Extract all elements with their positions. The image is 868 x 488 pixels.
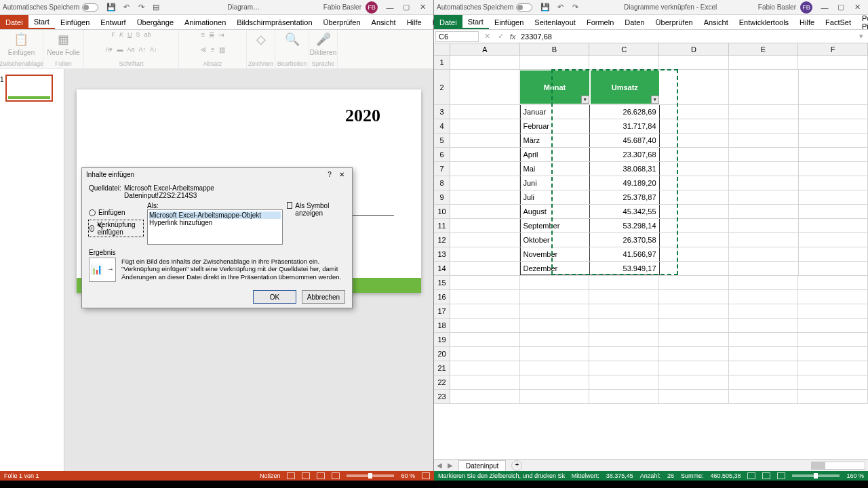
cell-C10[interactable]: 45.342,55	[590, 205, 660, 218]
cell-C2[interactable]: Umsatz▾	[590, 70, 660, 104]
cell-E3[interactable]	[729, 105, 799, 119]
cell-D11[interactable]	[660, 219, 730, 232]
ex-tab-data[interactable]: Daten	[619, 15, 650, 29]
select-all-corner[interactable]	[434, 43, 450, 55]
cell-F14[interactable]	[799, 262, 869, 275]
font-bold[interactable]: F	[111, 31, 115, 38]
cell-B15[interactable]	[520, 276, 590, 289]
row-header-14[interactable]: 14	[434, 262, 450, 275]
cell-A6[interactable]	[450, 148, 520, 161]
row-header-13[interactable]: 13	[434, 247, 450, 261]
shapes-icon[interactable]: ◇	[253, 31, 269, 47]
ex-view-normal-icon[interactable]	[747, 472, 755, 479]
tab-review[interactable]: Überprüfen	[318, 15, 366, 29]
col-header-B[interactable]: B	[520, 43, 590, 55]
cell-C23[interactable]	[589, 390, 659, 403]
notes-button[interactable]: Notizen	[260, 472, 281, 479]
ex-window-close-icon[interactable]: ✕	[849, 3, 865, 12]
cell-D17[interactable]	[659, 304, 729, 318]
col-header-C[interactable]: C	[589, 43, 659, 55]
sheet-nav-next-icon[interactable]: ▶	[448, 462, 453, 469]
ex-user-avatar[interactable]: FB	[800, 1, 812, 14]
cell-A12[interactable]	[450, 233, 520, 247]
row-header-12[interactable]: 12	[434, 233, 450, 247]
ex-undo-icon[interactable]: ↶	[555, 2, 566, 13]
cell-E21[interactable]	[729, 361, 799, 375]
cell-B23[interactable]	[520, 390, 590, 403]
cell-F5[interactable]	[799, 134, 869, 147]
ex-window-minimize-icon[interactable]: —	[816, 3, 833, 12]
ex-window-restore-icon[interactable]: ▢	[833, 3, 849, 12]
cell-F20[interactable]	[798, 347, 868, 361]
cell-D16[interactable]	[659, 290, 729, 304]
ex-view-layout-icon[interactable]	[762, 472, 770, 479]
sheet-add-icon[interactable]: +	[511, 460, 522, 471]
cell-C15[interactable]	[589, 276, 659, 289]
font-sizedown-icon[interactable]: A↓	[150, 46, 157, 53]
cell-F15[interactable]	[798, 276, 868, 289]
ex-save-icon[interactable]: 💾	[540, 2, 551, 13]
cell-D1[interactable]	[659, 56, 729, 69]
cell-F11[interactable]	[799, 219, 869, 232]
tab-insert[interactable]: Einfügen	[55, 15, 95, 29]
dialog-help-icon[interactable]: ?	[323, 171, 336, 178]
cell-F10[interactable]	[799, 205, 869, 218]
cell-A20[interactable]	[450, 347, 520, 361]
cell-E2[interactable]	[729, 70, 798, 104]
cell-A14[interactable]	[450, 262, 520, 275]
cell-F16[interactable]	[798, 290, 868, 304]
align-left-icon[interactable]: ⫷	[200, 46, 207, 54]
cell-C4[interactable]: 31.717,84	[590, 119, 660, 133]
row-header-10[interactable]: 10	[434, 205, 450, 218]
ex-tab-file[interactable]: Datei	[434, 15, 462, 29]
cell-F2[interactable]	[799, 70, 868, 104]
window-restore-icon[interactable]: ▢	[398, 3, 414, 12]
columns-icon[interactable]: ▥	[219, 46, 225, 54]
cancel-button[interactable]: Abbrechen	[302, 290, 345, 304]
cell-A5[interactable]	[450, 134, 520, 147]
list-item-hyperlink[interactable]: Hyperlink hinzufügen	[149, 219, 281, 226]
row-header-6[interactable]: 6	[434, 148, 450, 161]
cell-F7[interactable]	[799, 162, 869, 176]
tab-file[interactable]: Datei	[0, 15, 28, 29]
font-color-icon[interactable]: A▾	[105, 46, 113, 53]
col-header-E[interactable]: E	[729, 43, 799, 55]
row-header-1[interactable]: 1	[434, 56, 450, 69]
cell-C1[interactable]	[589, 56, 659, 69]
cell-B22[interactable]	[520, 375, 590, 389]
cell-C22[interactable]	[589, 375, 659, 389]
cell-B19[interactable]	[520, 333, 590, 346]
row-header-15[interactable]: 15	[434, 276, 450, 289]
numbers-icon[interactable]: ≣	[209, 31, 214, 39]
ex-tab-review[interactable]: Überprüfen	[650, 15, 698, 29]
cell-A17[interactable]	[450, 304, 520, 318]
cell-A23[interactable]	[450, 390, 520, 403]
cell-D20[interactable]	[659, 347, 729, 361]
cell-C11[interactable]: 53.298,14	[590, 219, 660, 232]
sheet-tab-dateninput[interactable]: Dateninput	[458, 460, 506, 471]
cell-F23[interactable]	[798, 390, 868, 403]
cell-E17[interactable]	[729, 304, 799, 318]
cell-C21[interactable]	[589, 361, 659, 375]
cell-B3[interactable]: Januar	[520, 105, 591, 119]
row-header-22[interactable]: 22	[434, 375, 450, 389]
cell-C18[interactable]	[589, 319, 659, 332]
cell-D2[interactable]	[660, 70, 729, 104]
font-case-icon[interactable]: Aa	[127, 46, 134, 53]
cell-D13[interactable]	[660, 247, 730, 261]
cell-B1[interactable]	[520, 56, 590, 69]
cell-E22[interactable]	[729, 375, 799, 389]
tab-transitions[interactable]: Übergänge	[132, 15, 179, 29]
row-header-21[interactable]: 21	[434, 361, 450, 375]
cell-E10[interactable]	[729, 205, 799, 218]
cell-F6[interactable]	[799, 148, 869, 161]
cell-A15[interactable]	[450, 276, 520, 289]
ex-tab-formulas[interactable]: Formeln	[581, 15, 619, 29]
cell-F4[interactable]	[799, 119, 869, 133]
as-symbol-checkbox[interactable]: Als Symbol anzeigen	[287, 202, 345, 245]
row-header-2[interactable]: 2	[434, 70, 450, 104]
row-header-16[interactable]: 16	[434, 290, 450, 304]
cell-E1[interactable]	[729, 56, 799, 69]
cell-C5[interactable]: 45.687,40	[590, 134, 660, 147]
cell-E5[interactable]	[729, 134, 799, 147]
